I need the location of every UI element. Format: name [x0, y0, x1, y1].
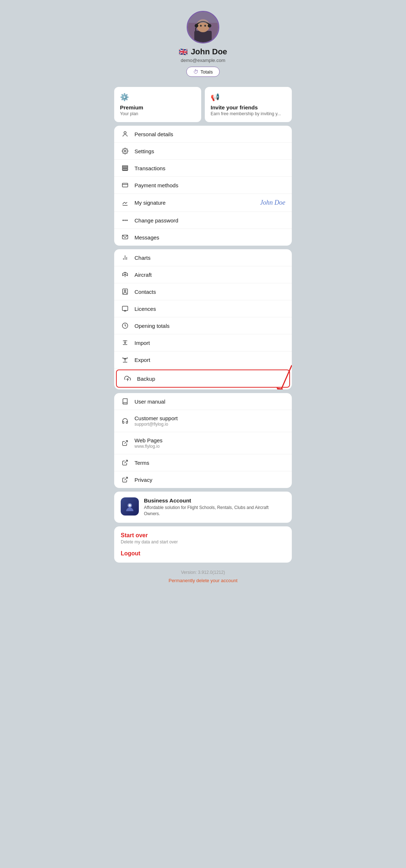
svg-line-41 — [125, 460, 128, 463]
user-name-display: 🇬🇧 John Doe — [179, 47, 227, 57]
delete-account-link[interactable]: Permanently delete your account — [169, 578, 237, 583]
aircraft-label: Aircraft — [134, 272, 285, 278]
business-account-text: Business Account Affordable solution for… — [144, 497, 285, 517]
privacy-label: Privacy — [134, 477, 285, 483]
logout-button[interactable]: Logout — [121, 550, 140, 557]
premium-subtitle: Your plan — [120, 111, 195, 116]
menu-item-payment[interactable]: Payment methods — [114, 177, 292, 194]
contacts-label: Contacts — [134, 289, 285, 295]
start-over-sublabel: Delete my data and start over — [121, 539, 285, 544]
transactions-icon — [121, 165, 129, 171]
signature-value: John Doe — [260, 199, 285, 206]
charts-icon — [121, 254, 129, 261]
menu-item-privacy[interactable]: Privacy — [114, 471, 292, 488]
invite-card[interactable]: 📢 Invite your friends Earn free membersh… — [205, 87, 292, 122]
menu-item-web-pages[interactable]: Web Pages www.flylog.io — [114, 432, 292, 454]
premium-title: Premium — [120, 104, 195, 110]
totals-button[interactable]: ⏱ Totals — [186, 67, 220, 77]
data-menu-section: Charts Aircraft Contacts Licences Openin… — [114, 249, 292, 389]
backup-label: Backup — [137, 376, 283, 382]
password-icon — [121, 217, 129, 224]
svg-rect-28 — [123, 306, 128, 310]
menu-item-export[interactable]: Export — [114, 351, 292, 368]
svg-point-9 — [124, 132, 126, 134]
menu-item-charts[interactable]: Charts — [114, 249, 292, 266]
start-over-label: Start over — [121, 532, 285, 539]
licences-icon — [121, 305, 129, 312]
menu-item-aircraft[interactable]: Aircraft — [114, 266, 292, 283]
menu-item-settings[interactable]: Settings — [114, 143, 292, 160]
messages-icon — [121, 234, 129, 241]
import-icon — [121, 339, 129, 346]
backup-icon — [123, 375, 132, 382]
invite-icon: 📢 — [211, 93, 286, 101]
change-password-label: Change password — [134, 217, 285, 224]
signature-label: My signature — [134, 200, 260, 206]
invite-title: Invite your friends — [211, 104, 286, 110]
menu-item-transactions[interactable]: Transactions — [114, 160, 292, 177]
menu-item-backup[interactable]: Backup — [116, 370, 290, 388]
privacy-icon — [121, 476, 129, 483]
transactions-label: Transactions — [134, 165, 285, 171]
support-menu-section: User manual Customer support support@fly… — [114, 393, 292, 488]
settings-icon — [121, 148, 129, 154]
svg-rect-13 — [123, 169, 128, 170]
opening-totals-label: Opening totals — [134, 323, 285, 329]
export-icon — [121, 356, 129, 363]
flag-icon: 🇬🇧 — [179, 47, 188, 56]
version-text: Version: 3.912.0(1212) — [181, 570, 225, 575]
opening-totals-icon — [121, 322, 129, 329]
svg-point-18 — [123, 220, 124, 221]
account-menu-section: Personal details Settings Transactions P… — [114, 126, 292, 246]
menu-item-opening-totals[interactable]: Opening totals — [114, 317, 292, 334]
clock-icon: ⏱ — [193, 69, 198, 75]
svg-marker-39 — [277, 388, 283, 389]
personal-details-label: Personal details — [134, 131, 285, 137]
premium-card[interactable]: ⚙️ Premium Your plan — [114, 87, 201, 122]
menu-item-personal-details[interactable]: Personal details — [114, 126, 292, 143]
premium-icon: ⚙️ — [120, 93, 195, 101]
svg-point-4 — [208, 24, 211, 28]
svg-point-6 — [200, 25, 202, 27]
customer-support-email: support@flylog.io — [134, 422, 285, 427]
export-label: Export — [134, 357, 285, 363]
menu-item-signature[interactable]: My signature John Doe — [114, 194, 292, 212]
business-account-description: Affordable solution for Flight Schools, … — [144, 505, 285, 517]
svg-point-7 — [204, 25, 206, 27]
aircraft-icon — [121, 271, 129, 278]
web-pages-icon — [121, 440, 129, 446]
svg-point-44 — [129, 504, 131, 506]
svg-line-42 — [125, 477, 128, 480]
svg-point-19 — [125, 220, 125, 221]
user-manual-label: User manual — [134, 398, 285, 405]
web-pages-url: www.flylog.io — [134, 444, 285, 449]
avatar[interactable] — [187, 11, 219, 43]
business-account-card[interactable]: Business Account Affordable solution for… — [114, 492, 292, 523]
svg-point-5 — [195, 30, 196, 31]
menu-item-messages[interactable]: Messages — [114, 229, 292, 246]
svg-point-27 — [124, 290, 126, 292]
menu-item-user-manual[interactable]: User manual — [114, 393, 292, 410]
terms-icon — [121, 459, 129, 466]
customer-support-icon — [121, 418, 129, 424]
contacts-icon — [121, 288, 129, 295]
menu-item-change-password[interactable]: Change password — [114, 212, 292, 229]
import-label: Import — [134, 340, 285, 346]
menu-item-customer-support[interactable]: Customer support support@flylog.io — [114, 410, 292, 432]
terms-label: Terms — [134, 460, 285, 466]
menu-item-licences[interactable]: Licences — [114, 300, 292, 317]
licences-label: Licences — [134, 306, 285, 312]
avatar-section: 🇬🇧 John Doe demo@example.com ⏱ Totals — [179, 11, 227, 77]
menu-item-contacts[interactable]: Contacts — [114, 283, 292, 300]
start-over-button[interactable]: Start over Delete my data and start over — [121, 532, 285, 544]
settings-label: Settings — [134, 148, 285, 154]
svg-point-20 — [127, 220, 127, 221]
menu-item-terms[interactable]: Terms — [114, 454, 292, 471]
menu-item-import[interactable]: Import — [114, 334, 292, 351]
svg-point-3 — [195, 24, 198, 28]
svg-rect-1 — [194, 31, 212, 42]
svg-rect-11 — [123, 166, 128, 167]
svg-rect-12 — [123, 167, 128, 168]
svg-point-10 — [124, 150, 126, 152]
cards-row: ⚙️ Premium Your plan 📢 Invite your frien… — [114, 87, 292, 122]
